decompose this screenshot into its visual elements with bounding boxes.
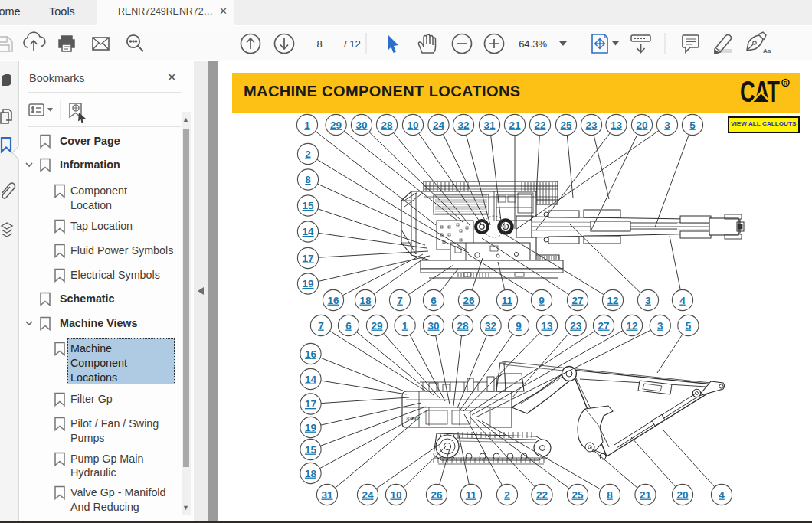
- svg-text:/ 12: / 12: [344, 38, 361, 50]
- svg-text:22: 22: [536, 489, 548, 501]
- svg-text:6: 6: [431, 295, 437, 306]
- svg-text:9: 9: [539, 295, 545, 306]
- svg-text:32: 32: [485, 320, 496, 332]
- svg-text:27: 27: [598, 320, 609, 332]
- svg-text:15: 15: [302, 200, 314, 211]
- svg-text:7: 7: [397, 295, 403, 306]
- svg-text:4: 4: [679, 295, 686, 306]
- svg-text:14: 14: [302, 226, 314, 237]
- svg-text:31: 31: [483, 119, 496, 131]
- svg-text:15: 15: [305, 444, 317, 456]
- svg-text:29: 29: [330, 119, 342, 131]
- svg-text:3: 3: [657, 320, 663, 332]
- svg-text:22: 22: [534, 119, 545, 131]
- svg-text:24: 24: [433, 119, 445, 131]
- svg-text:7: 7: [318, 320, 324, 332]
- svg-text:Aa: Aa: [763, 47, 771, 54]
- svg-text:6: 6: [345, 320, 352, 332]
- svg-text:26: 26: [431, 489, 443, 501]
- svg-text:10: 10: [390, 489, 401, 501]
- svg-text:2: 2: [305, 149, 311, 160]
- svg-text:13: 13: [611, 119, 623, 131]
- svg-text:21: 21: [640, 489, 652, 501]
- svg-text:23: 23: [570, 320, 582, 332]
- svg-text:1: 1: [402, 320, 408, 332]
- svg-text:30: 30: [355, 119, 367, 131]
- svg-text:24: 24: [362, 489, 374, 501]
- svg-text:3: 3: [645, 295, 651, 306]
- svg-text:12: 12: [607, 295, 618, 306]
- svg-text:3: 3: [664, 119, 670, 131]
- svg-text:28: 28: [381, 119, 393, 131]
- svg-text:25: 25: [571, 489, 584, 501]
- svg-text:31: 31: [321, 489, 333, 501]
- svg-text:5: 5: [689, 119, 696, 131]
- svg-text:14: 14: [305, 374, 317, 385]
- svg-text:11: 11: [466, 489, 477, 501]
- svg-text:8: 8: [316, 38, 322, 50]
- svg-text:9: 9: [516, 320, 522, 332]
- svg-text:8: 8: [305, 174, 311, 185]
- svg-text:17: 17: [305, 398, 316, 410]
- svg-text:21: 21: [509, 119, 521, 131]
- svg-text:17: 17: [302, 253, 313, 264]
- svg-text:5: 5: [686, 320, 692, 332]
- svg-text:4: 4: [719, 489, 725, 501]
- svg-text:27: 27: [571, 295, 583, 306]
- svg-text:16: 16: [305, 348, 317, 360]
- svg-text:64.3%: 64.3%: [519, 38, 547, 50]
- svg-text:2: 2: [504, 489, 510, 501]
- svg-text:10: 10: [407, 119, 418, 131]
- svg-text:8: 8: [607, 489, 613, 501]
- svg-text:30: 30: [427, 320, 439, 332]
- svg-text:28: 28: [457, 320, 469, 332]
- svg-text:32: 32: [457, 119, 469, 131]
- svg-text:16: 16: [327, 295, 339, 306]
- svg-text:19: 19: [305, 422, 316, 433]
- svg-text:R: R: [784, 80, 788, 87]
- svg-text:20: 20: [636, 119, 647, 131]
- svg-text:19: 19: [302, 278, 313, 289]
- svg-text:18: 18: [359, 295, 372, 306]
- svg-text:18: 18: [305, 468, 317, 479]
- svg-text:23: 23: [585, 119, 598, 131]
- svg-text:12: 12: [626, 320, 637, 332]
- svg-text:1: 1: [304, 119, 310, 131]
- svg-text:13: 13: [541, 320, 553, 332]
- svg-text:26: 26: [463, 295, 475, 306]
- svg-text:11: 11: [502, 295, 513, 306]
- svg-text:20: 20: [676, 489, 688, 501]
- svg-text:25: 25: [560, 119, 572, 131]
- svg-text:29: 29: [371, 320, 382, 332]
